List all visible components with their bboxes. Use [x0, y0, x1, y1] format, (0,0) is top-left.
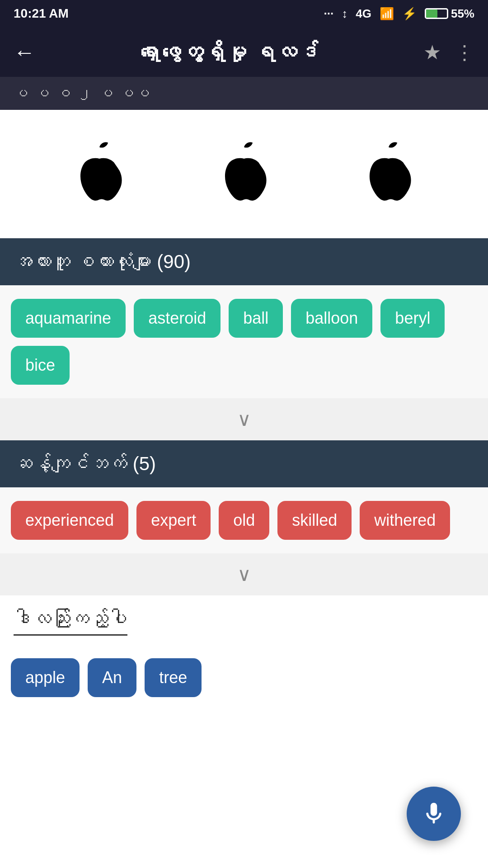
chevron-down-icon-2: ∨ [237, 563, 251, 585]
tag-withered[interactable]: withered [360, 501, 450, 540]
signal-bars-2: 📶 [380, 7, 394, 21]
tag-an[interactable]: An [88, 658, 136, 697]
chevron-down-icon-1: ∨ [237, 408, 251, 430]
network-type: 4G [356, 7, 371, 21]
mic-icon [421, 801, 447, 827]
tag-asteroid[interactable]: asteroid [134, 299, 221, 338]
page-title: ရှာဖွေတွေ့ရှိမှု ရလဒ် [49, 40, 410, 64]
signal-bars: ↕ [342, 7, 347, 21]
battery: 55% [425, 7, 474, 21]
status-bar: 10:21 AM ··· ↕ 4G 📶 ⚡ 55% [0, 0, 488, 27]
apple-icon-3 [352, 137, 425, 211]
apple-icon-2 [208, 137, 280, 211]
tag-tree[interactable]: tree [145, 658, 202, 697]
expand-similar-words[interactable]: ∨ [0, 398, 488, 440]
antonyms-header: ဆန့်ကျင်ဘက် (5) [0, 440, 488, 487]
tag-beryl[interactable]: beryl [380, 299, 445, 338]
tag-aquamarine[interactable]: aquamarine [11, 299, 126, 338]
also-see-title: ဒါလည်းကြည့်ပါ [14, 608, 127, 636]
battery-percent: 55% [451, 7, 474, 21]
expand-antonyms[interactable]: ∨ [0, 553, 488, 595]
status-right: ··· ↕ 4G 📶 ⚡ 55% [324, 7, 474, 21]
tag-old[interactable]: old [219, 501, 269, 540]
similar-words-header: အလားတူ စကားလုံးများ (90) [0, 238, 488, 285]
status-time: 10:21 AM [14, 6, 69, 21]
app-bar: ← ရှာဖွေတွေ့ရှိမှု ရလဒ် ★ ⋮ [0, 27, 488, 77]
tag-apple[interactable]: apple [11, 658, 80, 697]
also-see-tags: apple An tree [0, 645, 488, 724]
tag-skilled[interactable]: skilled [277, 501, 352, 540]
tag-balloon[interactable]: balloon [291, 299, 372, 338]
apple-icons-area [0, 110, 488, 238]
tab-bar-text: ပ ပ ဝ ၂ ပ ပပ [14, 85, 151, 101]
tag-experienced[interactable]: experienced [11, 501, 128, 540]
star-button[interactable]: ★ [423, 41, 441, 64]
tag-bice[interactable]: bice [11, 346, 70, 385]
also-see-section: ဒါလည်းကြည့်ပါ [0, 595, 488, 645]
tab-bar: ပ ပ ဝ ၂ ပ ပပ [0, 77, 488, 110]
tag-ball[interactable]: ball [229, 299, 283, 338]
battery-bar [425, 8, 448, 19]
apple-icon-1 [63, 137, 136, 211]
signal-dots: ··· [324, 7, 334, 21]
back-button[interactable]: ← [14, 40, 35, 65]
charging-icon: ⚡ [402, 7, 417, 21]
antonyms-tags: experienced expert old skilled withered [0, 487, 488, 553]
mic-button[interactable] [407, 787, 461, 841]
battery-fill [426, 9, 437, 18]
tag-expert[interactable]: expert [136, 501, 211, 540]
similar-words-tags: aquamarine asteroid ball balloon beryl b… [0, 285, 488, 398]
more-button[interactable]: ⋮ [455, 41, 474, 64]
